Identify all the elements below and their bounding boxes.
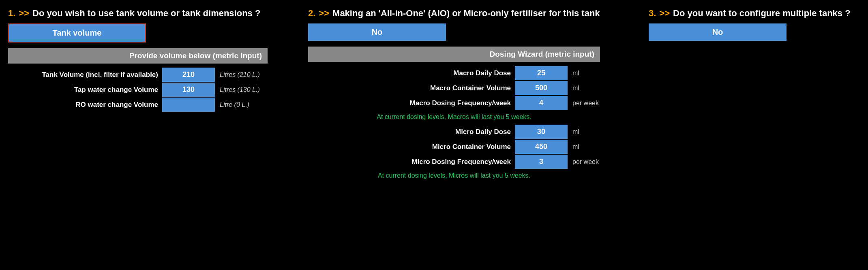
section-1-title: 1. >> Do you wish to use tank volume or … xyxy=(8,8,284,19)
tank-volume-row: Tank Volume (incl. filter if available) … xyxy=(8,68,268,82)
tank-volume-unit: Litres (210 L.) xyxy=(215,71,268,79)
macro-daily-dose-input[interactable] xyxy=(515,66,568,80)
ro-water-row: RO water change Volume Litre (0 L.) xyxy=(8,98,268,112)
main-container: 1. >> Do you wish to use tank volume or … xyxy=(8,8,860,183)
macro-status-text: At current dosing levels, Macros will la… xyxy=(308,111,600,125)
micro-daily-dose-unit: ml xyxy=(568,128,600,136)
micro-container-volume-row: Micro Container Volume ml xyxy=(308,140,600,154)
macro-container-volume-label: Macro Container Volume xyxy=(308,84,515,92)
micro-dosing-freq-row: Micro Dosing Frequency/week per week xyxy=(308,155,600,169)
macro-dosing-freq-input[interactable] xyxy=(515,96,568,110)
section-2-number: 2. xyxy=(308,8,315,19)
macro-daily-dose-row: Macro Daily Dose ml xyxy=(308,66,600,80)
section-2: 2. >> Making an 'All-in-One' (AIO) or Mi… xyxy=(308,8,624,183)
micro-daily-dose-input[interactable] xyxy=(515,125,568,139)
macro-dosing-freq-unit: per week xyxy=(568,100,600,107)
micro-container-volume-input[interactable] xyxy=(515,140,568,154)
micro-daily-dose-label: Micro Daily Dose xyxy=(308,128,515,136)
macro-dosing-freq-label: Macro Dosing Frequency/week xyxy=(308,99,515,107)
tank-volume-button[interactable]: Tank volume xyxy=(8,23,146,43)
macro-container-volume-input[interactable] xyxy=(515,81,568,95)
ro-water-input[interactable] xyxy=(162,98,215,112)
section-3-number: 3. xyxy=(649,8,656,19)
tap-water-label: Tap water change Volume xyxy=(8,86,162,94)
macro-container-volume-unit: ml xyxy=(568,85,600,92)
section-1-number: 1. xyxy=(8,8,15,19)
macro-daily-dose-unit: ml xyxy=(568,70,600,77)
tank-volume-label: Tank Volume (incl. filter if available) xyxy=(8,71,162,79)
section-3: 3. >> Do you want to configure multiple … xyxy=(649,8,860,183)
section-3-title: 3. >> Do you want to configure multiple … xyxy=(649,8,860,19)
tank-volume-input[interactable] xyxy=(162,68,215,82)
micro-container-volume-unit: ml xyxy=(568,143,600,151)
section-1-table-header: Provide volume below (metric input) xyxy=(8,48,268,64)
section-3-question: Do you want to configure multiple tanks … xyxy=(673,8,851,19)
aio-no-button[interactable]: No xyxy=(308,23,446,41)
ro-water-unit: Litre (0 L.) xyxy=(215,101,268,108)
section-2-table-header: Dosing Wizard (metric input) xyxy=(308,47,600,62)
macro-daily-dose-label: Macro Daily Dose xyxy=(308,69,515,77)
section-2-title: 2. >> Making an 'All-in-One' (AIO) or Mi… xyxy=(308,8,624,19)
tap-water-input[interactable] xyxy=(162,83,215,97)
micro-dosing-freq-unit: per week xyxy=(568,158,600,166)
macro-container-volume-row: Macro Container Volume ml xyxy=(308,81,600,95)
tap-water-row: Tap water change Volume Litres (130 L.) xyxy=(8,83,268,97)
micro-container-volume-label: Micro Container Volume xyxy=(308,143,515,151)
micro-status-text: At current dosing levels, Micros will la… xyxy=(308,170,600,183)
section-2-question: Making an 'All-in-One' (AIO) or Micro-on… xyxy=(332,8,600,19)
section-3-arrow: >> xyxy=(659,8,670,19)
section-2-arrow: >> xyxy=(319,8,329,19)
micro-daily-dose-row: Micro Daily Dose ml xyxy=(308,125,600,139)
ro-water-label: RO water change Volume xyxy=(8,101,162,109)
section-1-question: Do you wish to use tank volume or tank d… xyxy=(32,8,260,19)
section-1: 1. >> Do you wish to use tank volume or … xyxy=(8,8,284,183)
micro-dosing-freq-input[interactable] xyxy=(515,155,568,169)
micro-dosing-freq-label: Micro Dosing Frequency/week xyxy=(308,158,515,166)
multiple-tanks-no-button[interactable]: No xyxy=(649,23,787,41)
macro-dosing-freq-row: Macro Dosing Frequency/week per week xyxy=(308,96,600,110)
section-1-arrow: >> xyxy=(19,8,29,19)
tap-water-unit: Litres (130 L.) xyxy=(215,86,268,94)
